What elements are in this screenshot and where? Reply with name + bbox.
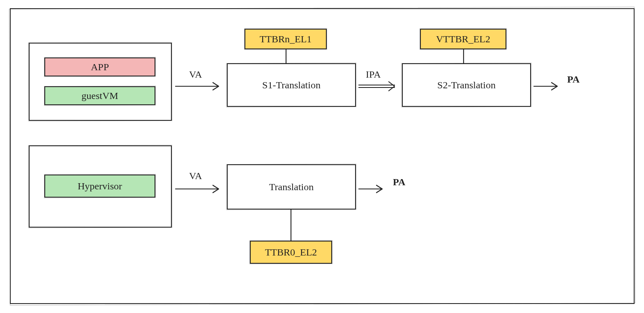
- s1-translation-box: S1-Translation: [227, 63, 356, 107]
- ttbrn-el1-box: TTBRn_EL1: [245, 29, 327, 49]
- ttbrn-el1-label: TTBRn_EL1: [260, 34, 312, 45]
- pa-label-row2: PA: [393, 177, 405, 188]
- va-label-row2: VA: [189, 170, 202, 182]
- vttbr-el2-box: VTTBR_EL2: [420, 29, 506, 49]
- translation-box: Translation: [227, 164, 356, 209]
- ipa-label: IPA: [366, 69, 381, 80]
- translation-label: Translation: [269, 182, 314, 193]
- s2-translation-label: S2-Translation: [437, 80, 496, 91]
- hypervisor-box: Hypervisor: [44, 175, 155, 198]
- s2-translation-box: S2-Translation: [402, 63, 531, 107]
- guest-stack-group: [29, 43, 172, 121]
- ttbr0-el2-box: TTBR0_EL2: [250, 241, 332, 264]
- diagram-canvas: APP guestVM VA TTBRn_EL1 S1-Translation …: [0, 0, 644, 313]
- s1-translation-label: S1-Translation: [262, 80, 321, 91]
- app-box: APP: [44, 58, 155, 76]
- vttbr-el2-label: VTTBR_EL2: [436, 34, 490, 45]
- hypervisor-label: Hypervisor: [78, 181, 122, 192]
- app-label: APP: [91, 62, 109, 73]
- guestvm-box: guestVM: [44, 86, 155, 105]
- pa-label-row1: PA: [567, 74, 579, 85]
- ttbr0-el2-label: TTBR0_EL2: [265, 247, 317, 258]
- guestvm-label: guestVM: [81, 90, 118, 101]
- va-label-row1: VA: [189, 69, 202, 80]
